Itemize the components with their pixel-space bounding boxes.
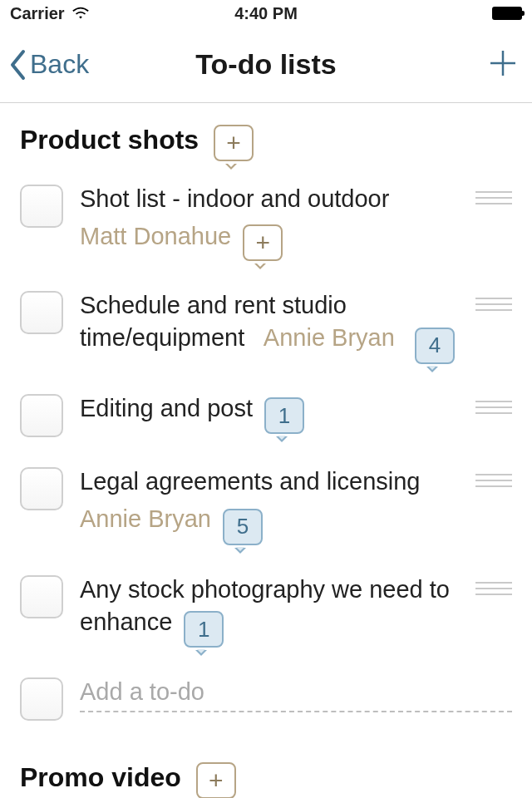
section-title: Product shots — [20, 125, 199, 155]
plus-icon: + — [209, 768, 224, 793]
comment-count-value: 5 — [237, 512, 249, 541]
todo-add-comment-button[interactable]: + — [243, 224, 283, 261]
todo-title: Editing and post — [80, 395, 253, 421]
section-header-product-shots: Product shots + — [20, 125, 512, 161]
section-add-comment-button[interactable]: + — [214, 125, 254, 161]
todo-comment-count[interactable]: 1 — [264, 397, 304, 434]
chevron-left-icon — [8, 49, 27, 81]
comment-count-value: 4 — [429, 331, 441, 360]
status-time: 4:40 PM — [234, 4, 298, 23]
todo-comment-count[interactable]: 1 — [184, 611, 224, 648]
page-title: To-do lists — [195, 48, 336, 81]
plus-icon: + — [255, 230, 270, 255]
comment-count-value: 1 — [198, 615, 209, 644]
todo-body[interactable]: Shot list - indoor and outdoor Matt Dona… — [80, 183, 456, 261]
section-title: Promo video — [20, 762, 181, 793]
drag-handle[interactable] — [472, 191, 512, 204]
plus-icon — [489, 49, 517, 77]
todo-assignee: Matt Donahue — [80, 223, 231, 249]
todo-comment-count[interactable]: 5 — [223, 509, 263, 545]
todo-checkbox[interactable] — [20, 394, 63, 437]
nav-bar: Back To-do lists — [0, 27, 532, 103]
todo-comment-count[interactable]: 4 — [415, 328, 455, 364]
back-button[interactable]: Back — [8, 49, 89, 81]
todo-assignee: Annie Bryan — [80, 505, 211, 532]
todo-title: Legal agreements and licensing — [80, 468, 421, 495]
todo-row: Any stock photography we need to enhance… — [20, 574, 512, 648]
carrier-label: Carrier — [10, 4, 65, 23]
add-list-button[interactable] — [489, 49, 517, 81]
content-area: Product shots + Shot list - indoor and o… — [0, 103, 532, 798]
comment-count-value: 1 — [278, 401, 290, 431]
todo-body[interactable]: Editing and post 1 — [80, 392, 456, 435]
todo-checkbox[interactable] — [20, 291, 63, 334]
section-header-promo-video: Promo video + — [20, 762, 512, 798]
todo-body[interactable]: Schedule and rent studio time/equipment … — [80, 289, 456, 364]
todo-assignee: Annie Bryan — [264, 324, 395, 351]
todo-checkbox[interactable] — [20, 185, 63, 228]
todo-row: Legal agreements and licensing Annie Bry… — [20, 466, 512, 545]
plus-icon: + — [226, 131, 241, 155]
todo-checkbox[interactable] — [20, 467, 63, 510]
drag-handle[interactable] — [472, 401, 512, 414]
back-label: Back — [30, 49, 89, 80]
add-todo-placeholder[interactable]: Add a to-do — [80, 676, 512, 712]
todo-row: Editing and post 1 — [20, 392, 512, 437]
todo-body[interactable]: Any stock photography we need to enhance… — [80, 574, 456, 648]
todo-checkbox[interactable] — [20, 677, 63, 721]
drag-handle[interactable] — [472, 474, 512, 487]
drag-handle[interactable] — [472, 298, 512, 311]
todo-title: Any stock photography we need to enhance — [80, 576, 450, 635]
wifi-icon — [71, 6, 90, 21]
drag-handle[interactable] — [472, 582, 512, 595]
add-todo-row[interactable]: Add a to-do — [20, 676, 512, 721]
battery-icon — [492, 7, 522, 20]
todo-body[interactable]: Legal agreements and licensing Annie Bry… — [80, 466, 456, 545]
todo-row: Shot list - indoor and outdoor Matt Dona… — [20, 183, 512, 261]
todo-title: Shot list - indoor and outdoor — [80, 185, 389, 212]
todo-row: Schedule and rent studio time/equipment … — [20, 289, 512, 364]
section-add-comment-button[interactable]: + — [196, 762, 236, 798]
status-carrier: Carrier — [10, 4, 90, 23]
todo-checkbox[interactable] — [20, 575, 63, 618]
status-bar: Carrier 4:40 PM — [0, 0, 532, 27]
status-battery — [492, 7, 522, 20]
